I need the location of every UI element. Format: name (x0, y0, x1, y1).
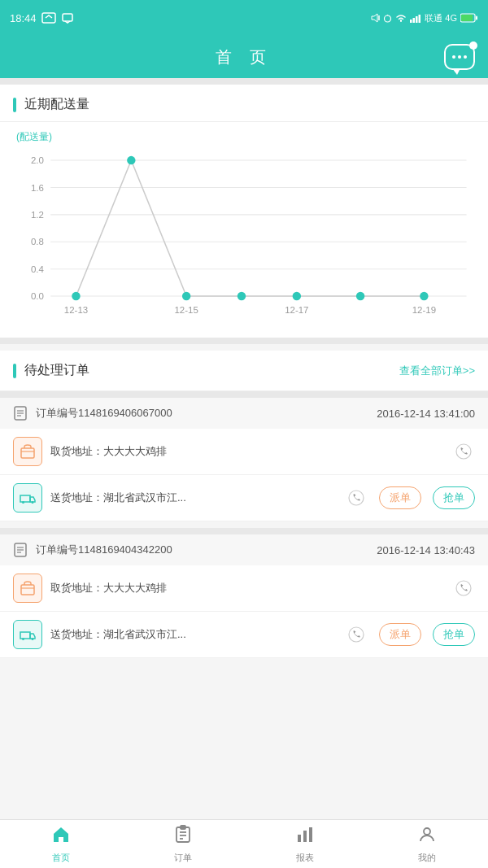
order-2-delivery-phone[interactable] (345, 623, 368, 646)
svg-point-29 (127, 156, 135, 164)
svg-point-42 (22, 501, 24, 504)
order-card-2: 订单编号1148169404342200 2016-12-14 13:40:43… (0, 534, 488, 658)
section-bar-accent (13, 98, 16, 112)
order-1-pickup-text: 取货地址：大大大大鸡排 (50, 444, 444, 459)
order-1-delivery-row: 送货地址：湖北省武汉市江... 派单 抢单 (0, 475, 488, 521)
orders-list-separator (0, 391, 488, 398)
app-icon (41, 12, 56, 24)
order-2-delivery-text: 送货地址：湖北省武汉市江... (50, 627, 337, 642)
view-all-link[interactable]: 查看全部订单>> (399, 364, 475, 378)
svg-point-41 (456, 444, 471, 459)
nav-item-reports[interactable]: 报表 (244, 820, 366, 868)
wifi-icon (395, 13, 407, 23)
user-nav-icon (417, 825, 437, 849)
svg-text:2.0: 2.0 (31, 155, 44, 165)
svg-rect-8 (419, 15, 421, 23)
svg-text:1.6: 1.6 (31, 183, 44, 193)
order-2-header: 订单编号1148169404342200 2016-12-14 13:40:43 (0, 534, 488, 565)
svg-text:12-13: 12-13 (64, 305, 88, 315)
nav-item-orders[interactable]: 订单 (122, 820, 244, 868)
order-1-delivery-phone[interactable] (345, 486, 368, 509)
order-document-icon (13, 406, 28, 421)
truck-icon-2 (19, 626, 37, 643)
order-nav-icon (173, 825, 193, 849)
svg-rect-6 (413, 18, 416, 23)
order-2-id: 订单编号1148169404342200 (36, 543, 368, 557)
chart-section-header: 近期配送量 (0, 85, 488, 122)
nav-item-profile[interactable]: 我的 (366, 820, 488, 868)
order-1-time: 2016-12-14 13:41:00 (377, 408, 475, 420)
svg-rect-62 (309, 827, 312, 842)
order-2-delivery-row: 送货地址：湖北省武汉市江... 派单 抢单 (0, 612, 488, 658)
chart-section: 近期配送量 (配送量) 2.0 1.6 1.2 0.8 0.4 0.0 12 (0, 85, 488, 338)
page-title: 首 页 (216, 46, 272, 68)
main-content: 近期配送量 (配送量) 2.0 1.6 1.2 0.8 0.4 0.0 12 (0, 85, 488, 720)
nav-label-orders: 订单 (174, 852, 192, 864)
phone-icon-4 (348, 626, 364, 643)
svg-point-30 (182, 292, 190, 300)
box-icon-2 (19, 579, 37, 597)
order-1-header: 订单编号1148169406067000 2016-12-14 13:41:00 (0, 398, 488, 429)
order-2-grab-btn[interactable]: 抢单 (433, 623, 475, 646)
status-bar: 18:44 联通 4G (0, 0, 488, 36)
svg-point-34 (420, 292, 428, 300)
box-icon (19, 443, 37, 460)
signal-icon (410, 13, 421, 23)
delivery-icon-1 (13, 483, 42, 513)
chart-container: (配送量) 2.0 1.6 1.2 0.8 0.4 0.0 12-13 12-1… (0, 122, 488, 338)
nav-label-profile: 我的 (418, 852, 436, 864)
home-icon (51, 825, 71, 849)
chat-dots (452, 55, 467, 59)
alarm-icon (383, 13, 392, 23)
status-time: 18:44 (10, 12, 37, 24)
svg-rect-0 (42, 13, 55, 23)
orders-title-wrap: 待处理订单 (13, 362, 89, 379)
svg-text:0.8: 0.8 (31, 237, 44, 246)
order-card-1: 订单编号1148169406067000 2016-12-14 13:41:00… (0, 398, 488, 521)
chat-icon-wrapper[interactable] (444, 44, 475, 70)
phone-icon-2 (348, 490, 364, 506)
chart-orders-separator (0, 338, 488, 344)
bottom-nav: 首页 订单 报表 (0, 819, 488, 868)
svg-point-33 (356, 292, 364, 300)
pickup-icon-1 (13, 437, 42, 466)
notification-icon (61, 12, 74, 24)
order-1-id: 订单编号1148169406067000 (36, 406, 368, 421)
order-separator-1 (0, 528, 488, 534)
header-separator (0, 78, 488, 85)
status-right: 联通 4G (370, 12, 478, 24)
chart-nav-icon (295, 825, 315, 849)
nav-label-home: 首页 (52, 852, 70, 864)
svg-text:0.4: 0.4 (31, 264, 45, 274)
svg-text:12-17: 12-17 (285, 305, 308, 315)
svg-rect-1 (63, 14, 72, 21)
orders-section-title: 待处理订单 (24, 362, 89, 379)
svg-rect-11 (476, 16, 477, 20)
carrier-text: 联通 4G (425, 12, 457, 24)
svg-point-28 (72, 292, 80, 300)
svg-text:12-15: 12-15 (174, 305, 198, 315)
svg-text:1.2: 1.2 (31, 210, 44, 220)
svg-text:0.0: 0.0 (31, 291, 44, 301)
svg-rect-61 (303, 831, 307, 842)
orders-section-bar (13, 364, 16, 378)
svg-rect-60 (298, 835, 301, 842)
svg-point-53 (32, 638, 34, 640)
order-1-pickup-row: 取货地址：大大大大鸡排 (0, 429, 488, 475)
nav-item-home[interactable]: 首页 (0, 820, 122, 868)
order-1-dispatch-btn[interactable]: 派单 (379, 486, 421, 509)
order-2-dispatch-btn[interactable]: 派单 (379, 623, 421, 646)
svg-rect-39 (21, 448, 34, 458)
chart-y-label: (配送量) (8, 130, 475, 144)
order-1-pickup-phone[interactable] (452, 440, 475, 463)
pickup-icon-2 (13, 574, 42, 603)
order-2-pickup-phone[interactable] (452, 577, 475, 600)
phone-icon-3 (455, 580, 472, 596)
orders-section: 待处理订单 查看全部订单>> (0, 351, 488, 391)
svg-point-63 (424, 828, 430, 835)
svg-rect-7 (416, 16, 418, 23)
order-1-grab-btn[interactable]: 抢单 (433, 486, 475, 509)
mute-icon (370, 13, 380, 23)
svg-point-44 (349, 491, 364, 505)
order-2-pickup-text: 取货地址：大大大大鸡排 (50, 581, 444, 595)
